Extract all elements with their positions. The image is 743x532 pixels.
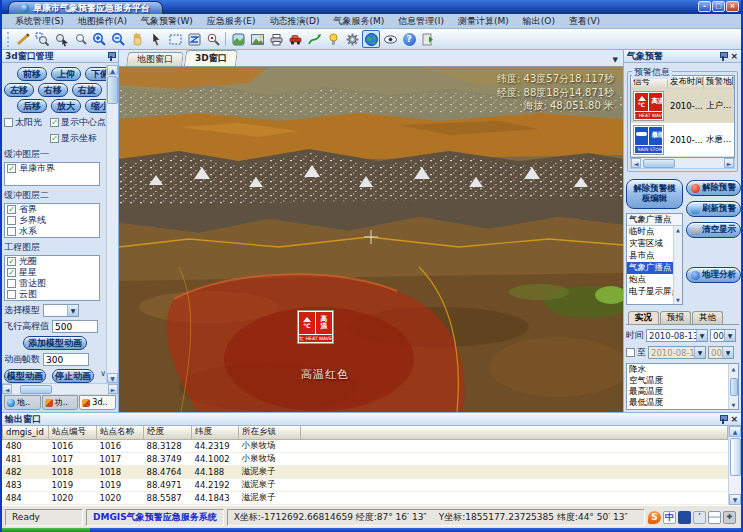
tab-map-layers[interactable]: 地.. — [4, 395, 41, 410]
menu-item-system[interactable]: 系统管理(S) — [8, 15, 71, 28]
snapshot-icon[interactable] — [248, 30, 266, 48]
pin-icon[interactable] — [107, 52, 115, 61]
scrollbar-thumb[interactable] — [20, 385, 52, 394]
window-list-dropdown-icon[interactable] — [613, 56, 618, 64]
element-list-scrollbar[interactable]: ▲▼ — [728, 364, 738, 409]
zoom-out-icon[interactable] — [109, 30, 127, 48]
date-select[interactable]: 2010-08-13 — [646, 329, 708, 342]
clear-display-button[interactable]: 清空显示 — [686, 222, 741, 238]
start-button-sliver[interactable] — [2, 528, 90, 532]
list-item[interactable]: 最低温度 — [627, 397, 738, 408]
tab-live[interactable]: 实况 — [628, 311, 659, 324]
zoom-window-icon[interactable] — [33, 30, 51, 48]
tab-forecast[interactable]: 预报 — [660, 311, 691, 324]
move-forward-button[interactable]: 前移 — [17, 67, 47, 81]
zoom-pointer-icon[interactable] — [52, 30, 70, 48]
vehicle-icon[interactable] — [286, 30, 304, 48]
close-button[interactable]: × — [726, 1, 739, 12]
zoom-in-icon[interactable] — [90, 30, 108, 48]
model-animation-button[interactable]: 模型动画 — [4, 369, 46, 383]
light-icon[interactable] — [324, 30, 342, 48]
menu-item-map-ops[interactable]: 地图操作(A) — [71, 15, 134, 28]
pan-hand-icon[interactable] — [128, 30, 146, 48]
print-icon[interactable] — [267, 30, 285, 48]
full-extent-icon[interactable] — [166, 30, 184, 48]
help-icon[interactable] — [400, 30, 418, 48]
table-row[interactable]: 4831019101988.497144.2192滋泥泉子 — [3, 478, 728, 491]
heat-wave-warning-map-icon[interactable]: ℃ 高温 红HEAT WAVE — [297, 310, 334, 344]
list-item[interactable]: 地表温度 — [627, 408, 738, 410]
list-item[interactable]: 水系 — [5, 226, 99, 237]
refresh-view-icon[interactable] — [185, 30, 203, 48]
tab-map-window[interactable]: 地图窗口 — [126, 52, 184, 66]
menu-item-weather-warning[interactable]: 气象预警(W) — [134, 15, 200, 28]
end-hour-select[interactable]: 00 — [708, 346, 734, 359]
geo-analysis-button[interactable]: 地理分析 — [686, 267, 741, 283]
model-select[interactable] — [43, 304, 79, 317]
menu-item-weather-service[interactable]: 气象服务(M) — [327, 15, 392, 28]
toolbox-icon[interactable]: ✚ — [723, 511, 736, 524]
menu-item-view[interactable]: 查看(V) — [562, 15, 607, 28]
rotate-right-button[interactable]: 右旋 — [72, 83, 102, 97]
punctuation-icon[interactable]: ’ — [693, 511, 706, 524]
pitch-up-button[interactable]: 上仰 — [51, 67, 81, 81]
frames-input[interactable] — [43, 353, 89, 366]
menu-item-info-manage[interactable]: 信息管理(I) — [391, 15, 451, 28]
sunlight-checkbox[interactable]: 太阳光 — [4, 116, 50, 129]
remove-warning-button[interactable]: 解除预警 — [686, 180, 741, 196]
scrollbar-thumb[interactable] — [643, 159, 675, 168]
scroll-up-icon[interactable]: ▲ — [107, 65, 118, 75]
end-date-select[interactable]: 2010-08-13 — [648, 346, 706, 359]
list-item[interactable]: 降水 — [627, 364, 738, 375]
scroll-down-icon[interactable]: ▼ — [729, 494, 741, 505]
scrollbar-thumb[interactable] — [107, 76, 118, 104]
list-item[interactable]: 空气温度 — [627, 375, 738, 386]
menu-item-emergency[interactable]: 应急服务(E) — [200, 15, 263, 28]
restore-button[interactable]: □ — [712, 1, 725, 12]
to-date-checkbox[interactable] — [626, 348, 635, 357]
left-panel-vscrollbar[interactable]: ▲ ▼ — [106, 65, 118, 383]
hour-select[interactable]: 00 — [710, 329, 736, 342]
zoom-select-icon[interactable] — [71, 30, 89, 48]
identify-icon[interactable] — [204, 30, 222, 48]
scroll-left-icon[interactable]: ◄ — [631, 158, 641, 168]
tab-functions[interactable]: 功.. — [42, 395, 79, 410]
list-item[interactable]: 阜康市界 — [5, 163, 99, 174]
table-row-selected[interactable]: 4821018101888.476444.188滋泥泉子 — [3, 465, 728, 478]
scroll-right-icon[interactable]: ► — [724, 158, 734, 168]
list-item[interactable]: 云图 — [5, 289, 99, 300]
stop-animation-button[interactable]: 停止动画 — [52, 369, 94, 383]
fullwidth-mode-icon[interactable] — [678, 511, 691, 524]
basemap-icon[interactable] — [229, 30, 247, 48]
soft-keyboard-icon[interactable] — [708, 511, 721, 524]
zoom-in-3d-button[interactable]: 放大 — [51, 99, 81, 113]
table-row[interactable]: 4841020102088.558744.1843滋泥泉子 — [3, 491, 728, 504]
move-right-button[interactable]: 右移 — [38, 83, 68, 97]
tab-3d-window[interactable]: 3D窗口 — [184, 50, 238, 66]
tab-3d-manager[interactable]: 3d.. — [79, 395, 116, 410]
list-item[interactable]: 最高温度 — [627, 386, 738, 397]
show-coords-checkbox[interactable]: 显示坐标 — [50, 132, 106, 145]
scroll-up-icon[interactable]: ▲ — [729, 426, 741, 437]
scroll-down-icon[interactable]: ▼ — [107, 373, 118, 383]
chinese-mode-icon[interactable]: 中 — [663, 511, 676, 524]
warning-row-heat[interactable]: ℃高温 红HEAT WAVE 2010-... 上户... — [631, 89, 734, 123]
tab-other[interactable]: 其他 — [692, 311, 723, 324]
warning-row-rain[interactable]: 暴雨 蓝RAIN STORM 2010-... 水磨... — [631, 123, 734, 157]
table-row[interactable]: 4811017101788.374944.1002小泉牧场 — [3, 452, 728, 465]
warning-table-hscrollbar[interactable]: ◄ ► — [630, 158, 735, 169]
menu-item-output[interactable]: 输出(O) — [516, 15, 562, 28]
move-left-button[interactable]: 左移 — [4, 83, 34, 97]
table-row[interactable]: 4801016101688.312844.2319小泉牧场 — [3, 439, 728, 452]
pitch-down-button[interactable]: 下俯 — [85, 67, 106, 81]
refresh-warning-button[interactable]: 刷新预警 — [686, 201, 741, 217]
left-panel-hscrollbar[interactable]: ◄ ► — [2, 383, 118, 394]
export-icon[interactable] — [419, 30, 437, 48]
settings-gear-icon[interactable] — [343, 30, 361, 48]
close-panel-icon[interactable]: × — [730, 415, 738, 424]
close-panel-icon[interactable]: × — [730, 52, 738, 61]
show-center-checkbox[interactable]: 显示中心点 — [50, 116, 106, 129]
move-back-button[interactable]: 后移 — [17, 99, 47, 113]
menu-item-dynamic-deduction[interactable]: 动态推演(D) — [263, 15, 327, 28]
pin-icon[interactable] — [719, 415, 727, 424]
